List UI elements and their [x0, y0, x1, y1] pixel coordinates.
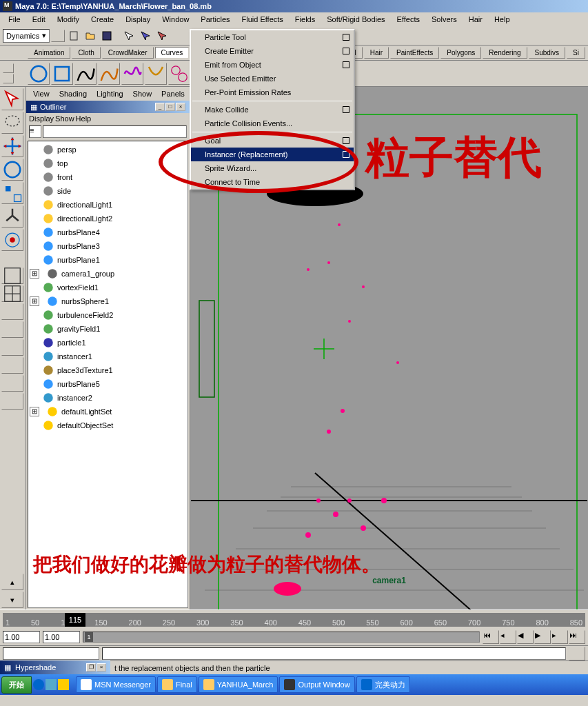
command-feedback[interactable]	[102, 647, 566, 660]
maximize-button[interactable]: □	[165, 103, 175, 111]
shelf-editor-button[interactable]	[3, 63, 14, 73]
shading-menu[interactable]: Shading	[55, 88, 91, 99]
menu-create[interactable]: Create	[85, 14, 119, 25]
outliner-item-particle1[interactable]: particle1	[30, 336, 186, 350]
menu-particles[interactable]: Particles	[195, 14, 235, 25]
menu-hair[interactable]: Hair	[463, 14, 488, 25]
scale-tool[interactable]	[1, 182, 23, 204]
hs-restore-button[interactable]: ❐	[86, 663, 96, 672]
tab-cloth[interactable]: Cloth	[72, 47, 100, 59]
tab-painteffects[interactable]: PaintEffects	[390, 47, 439, 59]
quicklaunch-app-icon[interactable]	[58, 679, 69, 690]
shelf-curve3-icon[interactable]	[121, 63, 143, 85]
expand-button[interactable]: ⊞	[30, 269, 39, 279]
single-pane-button[interactable]	[1, 268, 23, 284]
outliner-item-turbulenceField2[interactable]: turbulenceField2	[30, 308, 186, 322]
soft-tool[interactable]	[1, 229, 23, 251]
play-back-button[interactable]: ◀	[517, 630, 534, 644]
range-slider[interactable]: 1	[83, 632, 480, 643]
minimize-button[interactable]: _	[155, 103, 165, 111]
task-final[interactable]: Final	[157, 676, 197, 693]
manipulator-tool[interactable]	[1, 205, 23, 228]
menu-item-create-emitter[interactable]: Create Emitter	[191, 44, 354, 58]
outliner-item-place3dTexture1[interactable]: place3dTexture1	[30, 363, 186, 377]
timeline-track[interactable]: 1 50 100 150 200 250 300 350 400 450 500…	[3, 613, 585, 627]
menu-item-goal[interactable]: Goal	[191, 134, 354, 148]
menu-help[interactable]: Help	[489, 14, 516, 25]
option-box-icon[interactable]	[343, 48, 349, 54]
menu-effects[interactable]: Effects	[392, 14, 425, 25]
outliner-item-nurbsPlane3[interactable]: nurbsPlane3	[30, 239, 186, 253]
menu-item-emit-from-object[interactable]: Emit from Object	[191, 58, 354, 72]
outliner-item-gravityField1[interactable]: gravityField1	[30, 322, 186, 336]
outliner-item-nurbsPlane4[interactable]: nurbsPlane4	[30, 225, 186, 239]
hs-close-button[interactable]: ×	[97, 663, 106, 672]
move-tool[interactable]	[1, 135, 23, 157]
task-output[interactable]: Output Window	[279, 676, 354, 693]
quicklaunch-ie-icon[interactable]	[33, 679, 44, 690]
task-yanhua[interactable]: YANHUA_March	[199, 676, 278, 693]
tab-rendering[interactable]: Rendering	[483, 47, 527, 59]
step-back-button[interactable]: ◂	[500, 630, 516, 644]
tab-animation[interactable]: Animation	[28, 47, 70, 59]
tab-crowdmaker[interactable]: CrowdMaker	[102, 47, 154, 59]
select-hier-button[interactable]	[121, 28, 136, 43]
menu-modify[interactable]: Modify	[52, 14, 85, 25]
outliner-item-nurbsPlane5[interactable]: nurbsPlane5	[30, 377, 186, 391]
rewind-button[interactable]: ⏮	[483, 630, 499, 644]
forward-end-button[interactable]: ⏭	[569, 630, 585, 644]
select-obj-button[interactable]	[138, 28, 153, 43]
option-box-icon[interactable]	[343, 106, 349, 113]
layout1-button[interactable]	[1, 303, 23, 320]
new-scene-button[interactable]	[66, 28, 81, 43]
view-menu[interactable]: View	[29, 88, 54, 99]
panels-menu[interactable]: Panels	[157, 88, 189, 99]
script-editor-button[interactable]	[569, 647, 585, 660]
layout4-button[interactable]	[1, 357, 23, 374]
select-comp-button[interactable]	[154, 28, 170, 43]
open-scene-button[interactable]	[83, 28, 98, 43]
option-box-icon[interactable]	[343, 137, 349, 144]
menu-item-sprite-wizard-[interactable]: Sprite Wizard...	[191, 161, 354, 175]
quicklaunch-desktop-icon[interactable]	[45, 679, 57, 690]
outliner-item-directionalLight2[interactable]: directionalLight2	[30, 212, 186, 225]
outliner-display-menu[interactable]: Display	[29, 114, 54, 123]
tab-curves[interactable]: Curves	[155, 47, 190, 59]
shelf-square-icon[interactable]	[51, 63, 73, 85]
menu-file[interactable]: File	[3, 14, 26, 25]
outliner-item-defaultLightSet[interactable]: ⊞defaultLightSet	[30, 405, 186, 418]
layout3-button[interactable]	[1, 339, 23, 356]
outliner-item-vortexField1[interactable]: vortexField1	[30, 281, 186, 294]
task-perfect[interactable]: 完美动力	[356, 676, 410, 693]
rotate-tool[interactable]	[1, 159, 23, 181]
play-forward-button[interactable]: ▶	[534, 630, 551, 644]
tab-overflow[interactable]: Si	[567, 47, 585, 59]
status-collapse[interactable]	[51, 30, 65, 42]
range-start-input[interactable]	[3, 631, 40, 643]
range-playback-start-input[interactable]	[43, 631, 80, 643]
shelf-curve5-icon[interactable]	[168, 63, 190, 85]
layout5-button[interactable]	[1, 375, 23, 392]
menu-item-instancer-replacement-[interactable]: Instancer (Replacement)	[191, 148, 354, 161]
menu-edit[interactable]: Edit	[27, 14, 51, 25]
shelf-curve1-icon[interactable]	[74, 63, 97, 85]
outliner-item-front[interactable]: front	[30, 170, 186, 184]
task-msn[interactable]: MSN Messenger	[76, 676, 156, 693]
lighting-menu[interactable]: Lighting	[92, 88, 128, 99]
lasso-tool[interactable]	[1, 112, 23, 134]
start-button[interactable]: 开始	[1, 676, 32, 694]
outliner-item-nurbsPlane1[interactable]: nurbsPlane1	[30, 253, 186, 267]
tab-subdivs[interactable]: Subdivs	[529, 47, 566, 59]
save-scene-button[interactable]	[99, 28, 114, 43]
search-mode-button[interactable]: ≡	[29, 125, 41, 138]
current-time-marker[interactable]: 115	[65, 613, 85, 627]
outliner-item-directionalLight1[interactable]: directionalLight1	[30, 198, 186, 212]
select-tool[interactable]	[1, 88, 23, 110]
shelf-curve4-icon[interactable]	[145, 63, 167, 85]
step-forward-button[interactable]: ▸	[551, 630, 568, 644]
layout6-button[interactable]	[1, 393, 23, 410]
mode-dropdown[interactable]: Dynamics ▾	[3, 29, 50, 43]
outliner-item-instancer1[interactable]: instancer1	[30, 350, 186, 363]
tab-polygons[interactable]: Polygons	[440, 47, 481, 59]
menu-display[interactable]: Display	[120, 14, 156, 25]
